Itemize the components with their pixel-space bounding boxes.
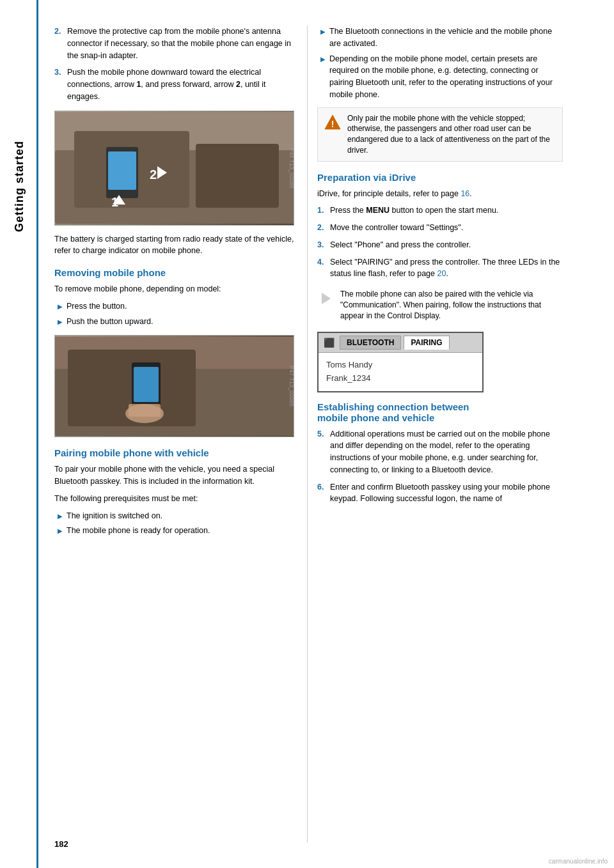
- step-3-item: 3. Push the mobile phone downward toward…: [54, 66, 294, 102]
- right-step-5-num: 5.: [317, 428, 330, 476]
- svg-rect-5: [108, 151, 136, 190]
- warning-box: ! Only pair the mobile phone with the ve…: [317, 107, 563, 162]
- left-column: 2. Remove the protective cap from the mo…: [38, 26, 307, 842]
- warning-icon: !: [323, 113, 342, 132]
- right-step-6-num: 6.: [317, 481, 330, 506]
- bt-item-2: Frank_1234: [326, 371, 475, 385]
- right-arrow-1: ▶: [320, 27, 326, 50]
- bt-tab-pairing[interactable]: PAIRING: [404, 336, 449, 350]
- right-step-4-text: Select "PAIRING" and press the controlle…: [330, 256, 563, 281]
- note-icon: [317, 289, 335, 307]
- play-triangle-icon: [322, 293, 331, 304]
- right-step-1-text: Press the MENU button to open the start …: [330, 205, 498, 217]
- right-arrow-2: ▶: [320, 54, 326, 101]
- right-step-4: 4. Select "PAIRING" and press the contro…: [317, 256, 563, 281]
- bt-item-1: Toms Handy: [326, 358, 475, 371]
- pairing-heading: Pairing mobile phone with vehicle: [54, 447, 294, 458]
- right-bullet-1: ▶ The Bluetooth connections in the vehic…: [317, 26, 563, 50]
- bt-icon: ⬛: [324, 337, 335, 348]
- step-3-text: Push the mobile phone downward toward th…: [67, 66, 294, 102]
- right-step-2-num: 2.: [317, 222, 330, 234]
- prereq-arrow-2: ▶: [58, 526, 63, 537]
- prereq-bullet-1: ▶ The ignition is switched on.: [54, 510, 294, 522]
- bullet-arrow-1: ▶: [58, 302, 63, 313]
- svg-rect-14: [134, 367, 159, 402]
- bt-header: ⬛ BLUETOOTH PAIRING: [319, 333, 482, 353]
- page-number: 182: [54, 839, 68, 849]
- prereq-bullet-2: ▶ The mobile phone is ready for operatio…: [54, 525, 294, 537]
- right-bullet-2-text: Depending on the mobile phone model, cer…: [329, 53, 563, 101]
- right-bullet-2: ▶ Depending on the mobile phone model, c…: [317, 53, 563, 101]
- right-column: ▶ The Bluetooth connections in the vehic…: [307, 26, 576, 842]
- svg-rect-3: [196, 144, 279, 208]
- snap-in-image-wrapper: 2 1 P48 T13_02085: [54, 111, 294, 226]
- prereq-arrow-1: ▶: [58, 511, 63, 522]
- right-bullet-1-text: The Bluetooth connections in the vehicle…: [329, 26, 563, 50]
- bt-body: Toms Handy Frank_1234: [319, 353, 482, 391]
- right-step-1: 1. Press the MENU button to open the sta…: [317, 205, 563, 217]
- removing-bullet-2-text: Push the button upward.: [67, 316, 154, 328]
- watermark: carmanualonline.info: [549, 858, 608, 865]
- snap-in-image: 2 1: [54, 111, 294, 226]
- right-step-3-num: 3.: [317, 239, 330, 251]
- sidebar: Getting started: [0, 0, 38, 868]
- bluetooth-screen: ⬛ BLUETOOTH PAIRING Toms Handy Frank_123…: [317, 332, 484, 392]
- prep-page-ref: 16: [460, 189, 469, 198]
- right-step-5-text: Additional operations must be carried ou…: [330, 428, 563, 476]
- note-box: The mobile phone can also be paired with…: [317, 285, 563, 325]
- right-step-3: 3. Select "Phone" and press the controll…: [317, 239, 563, 251]
- prereq-1-text: The ignition is switched on.: [67, 510, 162, 522]
- right-step-5: 5. Additional operations must be carried…: [317, 428, 563, 476]
- svg-rect-16: [129, 404, 161, 417]
- right-step-2: 2. Move the controller toward "Settings"…: [317, 222, 563, 234]
- pairing-text-1: To pair your mobile phone with the vehic…: [54, 463, 294, 488]
- pairing-prereq: The following prerequisites must be met:: [54, 493, 294, 505]
- removing-heading: Removing mobile phone: [54, 267, 294, 278]
- image-2-label: P47 T13_02085: [288, 366, 295, 407]
- right-step-4-num: 4.: [317, 256, 330, 281]
- right-step-2-text: Move the controller toward "Settings".: [330, 222, 463, 234]
- removing-bullet-2: ▶ Push the button upward.: [54, 316, 294, 328]
- phone-removal-image-wrapper: P47 T13_02085: [54, 335, 294, 437]
- step-2-text: Remove the protective cap from the mobil…: [67, 26, 294, 61]
- prereq-2-text: The mobile phone is ready for operation.: [67, 525, 210, 537]
- establishing-heading: Establishing connection between mobile p…: [317, 401, 563, 423]
- sidebar-label: Getting started: [13, 141, 26, 232]
- caption-1: The battery is charged starting from rad…: [54, 233, 294, 258]
- removing-bullet-1: ▶ Press the button.: [54, 300, 294, 313]
- step-2-item: 2. Remove the protective cap from the mo…: [54, 26, 294, 61]
- warning-text: Only pair the mobile phone with the vehi…: [347, 113, 557, 156]
- right-step-1-num: 1.: [317, 205, 330, 217]
- svg-text:!: !: [331, 119, 335, 129]
- right-step-6: 6. Enter and confirm Bluetooth passkey u…: [317, 481, 563, 506]
- step-3-num: 3.: [54, 66, 67, 102]
- bt-tab-bluetooth[interactable]: BLUETOOTH: [340, 336, 401, 350]
- phone-removal-image: [54, 335, 294, 437]
- bullet-arrow-2: ▶: [58, 317, 63, 328]
- svg-text:2: 2: [150, 167, 157, 182]
- right-step-3-text: Select "Phone" and press the controller.: [330, 239, 471, 251]
- prep-heading: Preparation via iDrive: [317, 172, 563, 183]
- removing-intro: To remove mobile phone, depending on mod…: [54, 283, 294, 295]
- right-step-6-text: Enter and confirm Bluetooth passkey usin…: [330, 481, 563, 506]
- prep-intro: iDrive, for principle details, refer to …: [317, 188, 563, 200]
- removing-bullet-1-text: Press the button.: [67, 300, 127, 313]
- step-2-num: 2.: [54, 26, 67, 61]
- note-text: The mobile phone can also be paired with…: [340, 289, 563, 321]
- image-1-label: P48 T13_02085: [288, 148, 295, 189]
